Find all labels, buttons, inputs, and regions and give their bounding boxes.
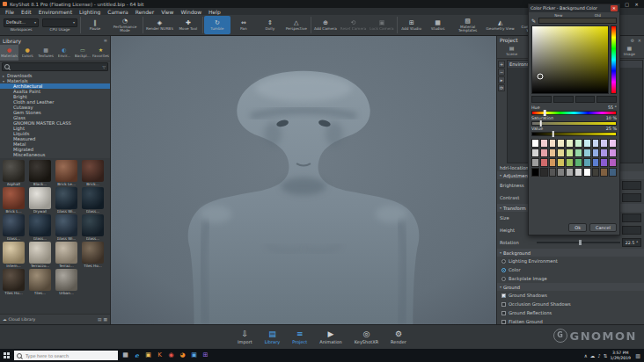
contrast-field[interactable] xyxy=(622,193,641,202)
b-field[interactable] xyxy=(575,96,596,103)
color-swatch[interactable] xyxy=(557,148,565,157)
menu-item-window[interactable]: Window xyxy=(177,9,205,15)
color-swatch[interactable] xyxy=(600,148,608,157)
cancel-button[interactable]: Cancel xyxy=(589,223,617,232)
menu-item-help[interactable]: Help xyxy=(205,9,224,15)
taskbar-search-input[interactable] xyxy=(24,352,115,359)
eyedropper-icon[interactable]: ✎ xyxy=(531,18,536,24)
filter-icon[interactable]: ▽ xyxy=(103,65,106,69)
color-swatch[interactable] xyxy=(592,168,600,177)
task-view-icon[interactable]: ▦ xyxy=(120,349,131,362)
color-swatch[interactable] xyxy=(531,168,539,177)
material-terraz[interactable]: Terraz... xyxy=(54,242,79,268)
toolbar-add-camera[interactable]: ⊕Add Camera xyxy=(312,16,339,34)
picker-cursor[interactable] xyxy=(537,74,543,80)
color-swatch[interactable] xyxy=(583,158,591,167)
material-black[interactable]: Black... xyxy=(27,160,53,186)
library-search-input[interactable] xyxy=(11,63,101,70)
dock-library[interactable]: ▤Library xyxy=(265,329,280,344)
toolbar-workspaces[interactable]: Default...▾Workspaces xyxy=(2,16,40,34)
material-brick-l[interactable]: Brick L... xyxy=(1,187,26,214)
chrome-icon[interactable]: ◉ xyxy=(165,349,177,362)
saturation-value[interactable]: 10 % xyxy=(606,116,617,120)
r-field[interactable] xyxy=(531,96,552,103)
library-tab-favorites[interactable]: ★Favorites xyxy=(91,45,110,61)
material-tiles-ho[interactable]: Tiles Ho... xyxy=(1,269,26,295)
checkbox-occlusion-ground-shadows[interactable]: Occlusion Ground Shadows xyxy=(497,300,644,308)
value-value[interactable]: 25 % xyxy=(606,127,617,131)
project-tab-scene[interactable]: ▤Scene xyxy=(497,44,526,58)
value-slider[interactable] xyxy=(531,132,617,136)
toolbar-cpu-usage[interactable]: ▾CPU Usage xyxy=(40,16,79,34)
toolbar-add-studio[interactable]: ⊞Add Studio xyxy=(399,16,425,34)
material-terrazzo[interactable]: Terrazzo... xyxy=(27,242,53,268)
brightness-field[interactable] xyxy=(622,181,641,190)
env-list-button-2[interactable]: ▸ xyxy=(498,76,505,83)
menu-item-file[interactable]: File xyxy=(2,9,18,15)
edge-icon[interactable]: e xyxy=(131,349,143,362)
network-icon[interactable]: ⇅ xyxy=(604,353,608,358)
section-header-background[interactable]: ▾Background xyxy=(497,249,644,257)
dock-keyshotxr[interactable]: ◎KeyShotXR xyxy=(355,329,378,344)
cloud-library-label[interactable]: Cloud Library xyxy=(9,317,36,322)
hue-slider[interactable] xyxy=(531,111,617,115)
keyshot-icon[interactable]: K xyxy=(154,349,165,362)
color-swatch[interactable] xyxy=(531,148,539,157)
color-swatch[interactable] xyxy=(592,158,600,167)
dock-import[interactable]: ⇩Import xyxy=(238,329,252,344)
menu-item-camera[interactable]: Camera xyxy=(104,9,132,15)
env-list-button-3[interactable]: ⟳ xyxy=(498,84,505,91)
toolbar-tumble[interactable]: ↻Tumble xyxy=(204,16,231,34)
dialog-titlebar[interactable]: Color Picker - Background Color ✕ xyxy=(529,4,619,12)
color-swatch[interactable] xyxy=(600,168,608,177)
toolbar-studios[interactable]: ▦Studios xyxy=(425,16,451,34)
color-swatch[interactable] xyxy=(531,158,539,167)
color-swatch[interactable] xyxy=(574,148,582,157)
color-swatch[interactable] xyxy=(557,158,565,167)
toolbar-pan[interactable]: ⇔Pan xyxy=(231,16,257,34)
hex-field[interactable] xyxy=(596,96,617,103)
tree-item-miscellaneous[interactable]: Miscellaneous xyxy=(0,152,110,157)
color-swatch[interactable] xyxy=(592,139,600,148)
material-glass-wi[interactable]: Glass Wi... xyxy=(54,187,79,214)
menu-item-view[interactable]: View xyxy=(157,9,177,15)
color-swatch[interactable] xyxy=(574,168,582,177)
color-swatch[interactable] xyxy=(609,139,617,148)
menu-item-render[interactable]: Render xyxy=(132,9,157,15)
color-swatch[interactable] xyxy=(549,158,557,167)
radio-lighting-environment[interactable]: Lighting Environment xyxy=(497,257,644,265)
color-swatch[interactable] xyxy=(566,168,574,177)
color-swatch[interactable] xyxy=(540,148,548,157)
color-swatch[interactable] xyxy=(566,139,574,148)
material-glass[interactable]: Glass... xyxy=(80,214,106,241)
toolbar-move-tool[interactable]: ✚Move Tool xyxy=(175,16,201,34)
dock-project[interactable]: ≡Project xyxy=(292,329,307,344)
close-button[interactable]: ✕ xyxy=(632,2,641,7)
onedrive-icon[interactable]: ☁ xyxy=(590,353,596,358)
checkbox-ground-reflections[interactable]: Ground Reflections xyxy=(497,308,644,317)
toolbar-perspective[interactable]: △Perspective xyxy=(283,16,310,34)
color-swatch[interactable] xyxy=(609,148,617,157)
material-tiles[interactable]: Tiles... xyxy=(27,269,53,295)
g-field[interactable] xyxy=(553,96,574,103)
menu-item-edit[interactable]: Edit xyxy=(18,9,35,15)
color-swatch[interactable] xyxy=(609,158,617,167)
material-glass[interactable]: Glass... xyxy=(80,187,106,214)
env-list-button-0[interactable]: + xyxy=(498,61,505,68)
material-drywall[interactable]: Drywall xyxy=(27,187,53,214)
color-swatch[interactable] xyxy=(609,168,617,177)
store-icon[interactable]: ⊞ xyxy=(200,349,211,362)
radio-backplate-image[interactable]: Backplate Image xyxy=(497,274,644,283)
rotation-slider[interactable] xyxy=(537,242,620,243)
photos-icon[interactable]: ▣ xyxy=(188,349,200,362)
menu-item-environment[interactable]: Environment xyxy=(35,9,76,15)
firefox-icon[interactable]: ◕ xyxy=(177,349,188,362)
color-swatch[interactable] xyxy=(566,158,574,167)
maximize-button[interactable]: □ xyxy=(622,2,632,7)
section-header-ground[interactable]: ▾Ground xyxy=(497,283,644,291)
library-tab-backpl[interactable]: ▭Backpl... xyxy=(73,45,91,61)
color-swatch[interactable] xyxy=(549,168,557,177)
color-swatch[interactable] xyxy=(531,139,539,148)
dock-render[interactable]: ⚙Render xyxy=(391,329,406,344)
color-swatch[interactable] xyxy=(583,139,591,148)
